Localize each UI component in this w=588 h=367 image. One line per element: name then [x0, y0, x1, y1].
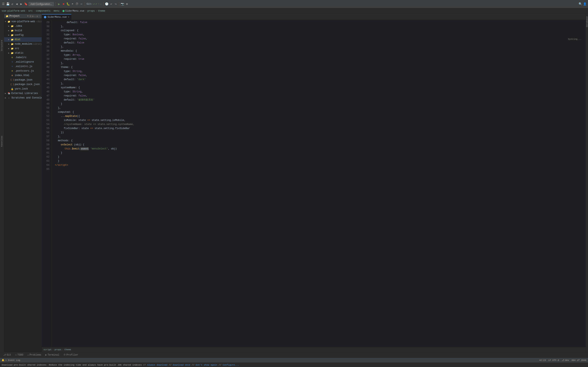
- terminal-tab[interactable]: ▶ Terminal: [44, 352, 61, 358]
- col-info-item[interactable]: 884 of 2048: [571, 359, 586, 361]
- event-log-item[interactable]: 🔔 1 Event Log: [2, 359, 20, 361]
- revert-icon[interactable]: ↪: [114, 2, 117, 6]
- idea-label: .idea: [15, 25, 22, 27]
- tree-indexhtml[interactable]: ▶ ⊞ index.html: [4, 73, 42, 78]
- code-line-42: required: false,: [55, 73, 586, 77]
- ebreadcrumb-theme[interactable]: theme: [64, 349, 71, 351]
- breadcrumb-part-1[interactable]: src: [28, 9, 33, 12]
- editor-content[interactable]: 29 30 31 32 33 34 35 36 37 38 39 40 41 4…: [42, 20, 586, 347]
- file-tab-sidermenu[interactable]: SiderMenu.vue ×: [42, 14, 71, 20]
- tree-src[interactable]: ▶ 📁 src: [4, 46, 42, 51]
- dont-show-link[interactable]: Don't show again: [196, 364, 217, 366]
- structure-vtab[interactable]: Structure: [0, 38, 4, 53]
- profile-icon[interactable]: ⏱: [75, 2, 79, 6]
- search-icon[interactable]: 🔍: [579, 2, 582, 6]
- code-50: },: [55, 106, 61, 110]
- breadcrumb-part-0[interactable]: vue-platform-web: [2, 9, 25, 12]
- download-once-link[interactable]: Download once: [173, 364, 190, 366]
- code-line-51: computed: {: [55, 110, 586, 114]
- tree-eslintignore[interactable]: ▶ ○ .eslintignore: [4, 60, 42, 64]
- code-line-65: [55, 167, 586, 171]
- tree-root[interactable]: ▼ 📁 vue-platform-web ~/GitCode/health-pl…: [4, 19, 42, 24]
- code-59: onSelect (obj) {: [55, 143, 84, 147]
- ln-40: 40: [42, 65, 49, 69]
- git-check4-icon[interactable]: ↓: [100, 3, 102, 6]
- branch-item[interactable]: ⎇ dev: [562, 359, 569, 361]
- coverage-icon[interactable]: ☂: [71, 2, 74, 6]
- camera-icon[interactable]: 📷: [121, 2, 124, 6]
- sidebar-dots-icon[interactable]: ⋯: [34, 15, 36, 17]
- tree-config[interactable]: ▶ 📁 config: [4, 33, 42, 37]
- favorites-vtab[interactable]: Favorites: [0, 134, 4, 149]
- undo-icon[interactable]: ↩: [110, 2, 113, 6]
- code-line-54: //systemName: state => state.setting.sys…: [55, 122, 586, 126]
- tree-yarnlock[interactable]: ▶ 🔒 yarn.lock: [4, 87, 42, 91]
- user-icon[interactable]: 👤: [583, 2, 586, 6]
- breadcrumb-part-props[interactable]: props: [87, 9, 95, 12]
- sidebar-minus-icon[interactable]: −: [39, 15, 40, 17]
- todo-tab[interactable]: ☐ TODO: [14, 352, 25, 358]
- code-30: },: [55, 25, 64, 29]
- file-tab-close-icon[interactable]: ×: [68, 16, 69, 18]
- breadcrumb-file[interactable]: SiderMenu.vue: [62, 9, 84, 12]
- profiler-tab[interactable]: ⏱ Profiler: [62, 352, 80, 358]
- problems-tab[interactable]: ⚠ Problems: [26, 352, 43, 358]
- code-line-52: ...mapState({: [55, 114, 586, 118]
- bookmark-icon[interactable]: 🔖: [24, 2, 27, 6]
- stop-icon[interactable]: ■: [62, 2, 65, 6]
- tree-node-modules[interactable]: ▶ 📁 node_modules library root: [4, 42, 42, 46]
- tree-scratches[interactable]: ▶ ✏ Scratches and Consoles: [4, 96, 42, 100]
- hamburger-icon[interactable]: ☰: [2, 2, 5, 6]
- root-arrow-icon: ▼: [5, 21, 7, 23]
- git-tab[interactable]: ⎇ Git: [2, 352, 13, 358]
- ebreadcrumb-props[interactable]: props: [54, 349, 61, 351]
- line-col-item[interactable]: 42:23: [539, 359, 546, 361]
- breadcrumb-part-2[interactable]: components: [36, 9, 51, 12]
- tree-packagejson[interactable]: ▶ { } package.json: [4, 78, 42, 82]
- ln-38: 38: [42, 57, 49, 61]
- sidebar-tree-icon[interactable]: ⊞: [32, 15, 34, 17]
- tree-idea[interactable]: ▶ 📁 .idea: [4, 24, 42, 28]
- tree-packagelock[interactable]: ▶ { } package-lock.json: [4, 82, 42, 87]
- git-check2-icon[interactable]: ✔: [95, 2, 97, 6]
- tree-babelrc[interactable]: ▶ ⚙ .babelrc: [4, 55, 42, 60]
- code-line-36: menuData: {: [55, 49, 586, 53]
- git-check1-icon[interactable]: ✔: [93, 2, 95, 6]
- tree-postcssrc[interactable]: ▶ ⚙ .postcssrc.js: [4, 69, 42, 73]
- code-area[interactable]: default: false }, collapsed: { type: Boo…: [52, 20, 586, 347]
- clock-icon[interactable]: 🕐: [105, 2, 108, 6]
- ebreadcrumb-script[interactable]: script: [43, 349, 52, 351]
- configure-link[interactable]: Configure...: [223, 364, 239, 366]
- settings-icon[interactable]: ⚙: [125, 2, 129, 6]
- profiler-tab-label: Profiler: [67, 354, 78, 356]
- sync-icon[interactable]: ↺: [11, 2, 14, 6]
- sep-2: ›: [51, 9, 53, 12]
- sep-3: ›: [60, 9, 62, 12]
- code-line-41: type: String,: [55, 69, 586, 73]
- forward-icon[interactable]: ▶: [20, 2, 23, 6]
- code-38: required: true: [55, 57, 84, 61]
- add-config-button[interactable]: Add Configuration...: [29, 2, 54, 6]
- floppy-icon[interactable]: 💾: [6, 2, 9, 6]
- terminal-tab-icon: ▶: [45, 354, 47, 356]
- sidebar-compact-icon[interactable]: ☰: [29, 15, 31, 17]
- run-icon[interactable]: ▶: [57, 2, 61, 6]
- always-download-link[interactable]: Always download: [147, 364, 167, 366]
- code-36: menuData: {: [55, 49, 77, 53]
- git-check3-icon[interactable]: ↑: [98, 3, 99, 6]
- tree-external[interactable]: ▶ 📚 External Libraries: [4, 91, 42, 96]
- back-icon[interactable]: ◀: [15, 2, 18, 6]
- tree-build[interactable]: ▶ 📁 build: [4, 28, 42, 33]
- database-label[interactable]: Database: [585, 15, 588, 29]
- static-label: static: [15, 52, 24, 54]
- debug-icon[interactable]: 🐛: [66, 2, 70, 6]
- tree-static[interactable]: ▶ 📁 static: [4, 51, 42, 55]
- breadcrumb-part-theme[interactable]: theme: [98, 9, 105, 12]
- tree-eslintrc[interactable]: ▶ ○ .eslintrc.js: [4, 64, 42, 69]
- breadcrumb-part-3[interactable]: menu: [53, 9, 60, 12]
- idea-arrow-icon: ▶: [8, 25, 11, 27]
- encoding-item[interactable]: LF UTF-8: [548, 359, 559, 361]
- sidebar-gear-icon[interactable]: ⚙: [36, 15, 38, 17]
- more-run-icon[interactable]: ⋯: [80, 2, 83, 6]
- tree-dist[interactable]: ▶ 📁 dist: [4, 37, 42, 42]
